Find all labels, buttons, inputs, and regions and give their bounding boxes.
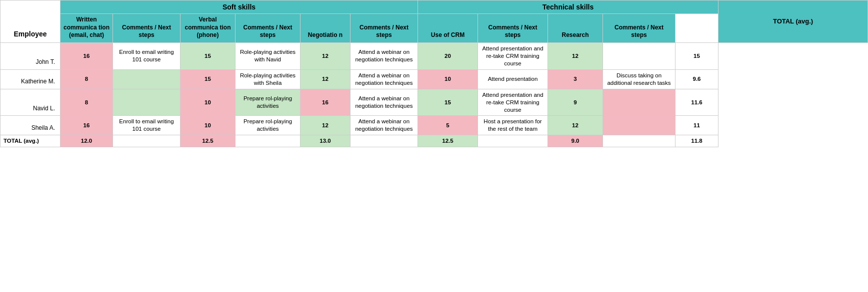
- data-cell: Discuss taking on additional research ta…: [603, 69, 676, 89]
- data-cell: [113, 89, 180, 116]
- technical-skills-header: Technical skills: [418, 0, 718, 14]
- table-row: Sheila A.16Enroll to email writing 101 c…: [0, 116, 868, 135]
- data-cell: 12: [300, 42, 350, 69]
- total-value: 12.0: [60, 135, 113, 147]
- data-cell: 16: [300, 89, 350, 116]
- data-cell: 9: [548, 89, 603, 116]
- employee-cell: Sheila A.: [0, 116, 60, 135]
- data-cell: 12: [300, 116, 350, 135]
- total-value: 12.5: [418, 135, 478, 147]
- data-cell: [603, 89, 676, 116]
- data-cell: 11: [676, 116, 718, 135]
- data-cell: Attend a webinar on negotiation techniqu…: [350, 116, 418, 135]
- table-row: Katherine M.815Role-playing activities w…: [0, 69, 868, 89]
- main-table-container: Employee Soft skills Technical skills TO…: [0, 0, 868, 147]
- total-value: 12.5: [180, 135, 236, 147]
- data-cell: 15: [418, 89, 478, 116]
- table-row: Navid L.810Prepare rol-playing activitie…: [0, 89, 868, 116]
- total-value: [350, 135, 418, 147]
- comments-next2-header: Comments / Next steps: [236, 14, 300, 43]
- total-value: 13.0: [300, 135, 350, 147]
- research-header: Research: [548, 14, 603, 43]
- total-value: [603, 135, 676, 147]
- data-cell: Prepare rol-playing activities: [236, 116, 300, 135]
- skills-table: Employee Soft skills Technical skills TO…: [0, 0, 868, 147]
- data-cell: Attend presentation and re-take CRM trai…: [478, 42, 548, 69]
- table-row: John T.16Enroll to email writing 101 cou…: [0, 42, 868, 69]
- data-cell: Attend a webinar on negotiation techniqu…: [350, 42, 418, 69]
- written-comm-header: Written communica tion (email, chat): [60, 14, 113, 43]
- data-cell: 16: [60, 42, 113, 69]
- total-value: 9.0: [548, 135, 603, 147]
- negotiation-header: Negotiatio n: [300, 14, 350, 43]
- data-cell: Enroll to email writing 101 course: [113, 42, 180, 69]
- data-cell: 5: [418, 116, 478, 135]
- comments-next5-header: Comments / Next steps: [603, 14, 676, 43]
- data-cell: Attend a webinar on negotiation techniqu…: [350, 89, 418, 116]
- data-cell: 3: [548, 69, 603, 89]
- comments-next1-header: Comments / Next steps: [113, 14, 180, 43]
- data-cell: 12: [548, 116, 603, 135]
- employee-header: Employee: [0, 0, 60, 43]
- data-cell: Attend a webinar on negotiation techniqu…: [350, 69, 418, 89]
- data-cell: Prepare rol-playing activities: [236, 89, 300, 116]
- data-cell: 15: [180, 69, 236, 89]
- data-cell: 10: [180, 89, 236, 116]
- use-of-crm-header: Use of CRM: [418, 14, 478, 43]
- total-label: TOTAL (avg.): [0, 135, 60, 147]
- total-value: [113, 135, 180, 147]
- header-group-row: Employee Soft skills Technical skills TO…: [0, 0, 868, 14]
- total-row: TOTAL (avg.)12.012.513.012.59.011.8: [0, 135, 868, 147]
- total-value: 11.8: [676, 135, 718, 147]
- data-cell: Attend presentation and re-take CRM trai…: [478, 89, 548, 116]
- data-cell: 8: [60, 89, 113, 116]
- comments-next3-header: Comments / Next steps: [350, 14, 418, 43]
- soft-skills-header: Soft skills: [60, 0, 418, 14]
- data-cell: 11.6: [676, 89, 718, 116]
- verbal-comm-header: Verbal communica tion (phone): [180, 14, 236, 43]
- total-value: [478, 135, 548, 147]
- data-cell: [603, 116, 676, 135]
- data-cell: 15: [180, 42, 236, 69]
- data-cell: [113, 69, 180, 89]
- data-cell: Host a presentation for the rest of the …: [478, 116, 548, 135]
- data-cell: 12: [300, 69, 350, 89]
- data-cell: Attend presentation: [478, 69, 548, 89]
- total-header: TOTAL (avg.): [718, 0, 868, 43]
- data-cell: [603, 42, 676, 69]
- data-cell: 20: [418, 42, 478, 69]
- data-cell: 16: [60, 116, 113, 135]
- comments-next4-header: Comments / Next steps: [478, 14, 548, 43]
- data-cell: 10: [418, 69, 478, 89]
- data-cell: 9.6: [676, 69, 718, 89]
- data-cell: Enroll to email writing 101 course: [113, 116, 180, 135]
- employee-cell: John T.: [0, 42, 60, 69]
- total-value: [236, 135, 300, 147]
- employee-cell: Katherine M.: [0, 69, 60, 89]
- data-cell: Role-playing activities with Navid: [236, 42, 300, 69]
- employee-cell: Navid L.: [0, 89, 60, 116]
- data-cell: 10: [180, 116, 236, 135]
- data-cell: 15: [676, 42, 718, 69]
- data-cell: 12: [548, 42, 603, 69]
- data-cell: Role-playing activities with Sheila: [236, 69, 300, 89]
- data-cell: 8: [60, 69, 113, 89]
